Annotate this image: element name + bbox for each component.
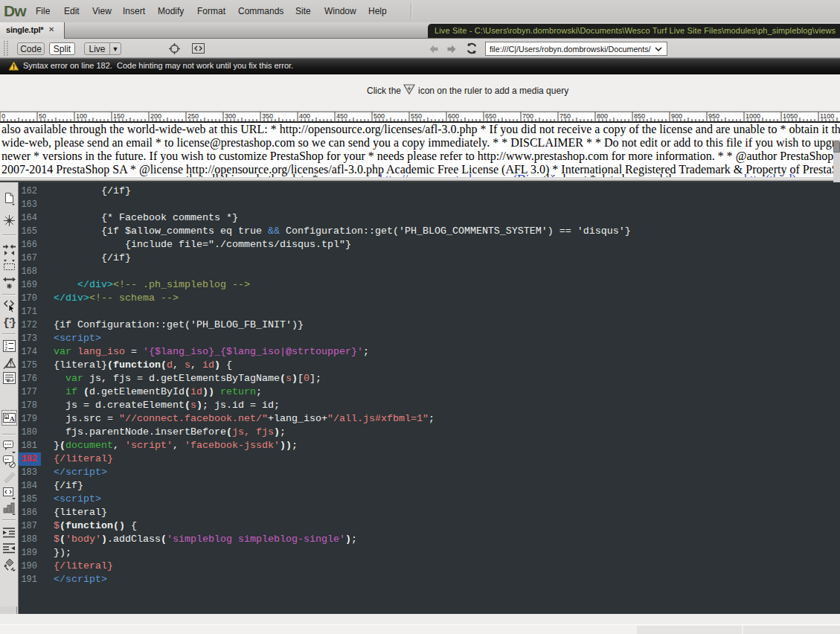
svg-text:50: 50 [39, 112, 46, 120]
svg-text:1100: 1100 [820, 112, 834, 120]
svg-text:900: 900 [671, 112, 682, 120]
svg-text:100: 100 [76, 112, 87, 120]
svg-text:200: 200 [150, 112, 161, 120]
svg-text:250: 250 [187, 112, 199, 120]
svg-text:1: 1 [5, 341, 8, 346]
svg-text:700: 700 [522, 112, 533, 120]
svg-text:600: 600 [448, 112, 459, 120]
svg-text:500: 500 [373, 112, 385, 120]
svg-text:300: 300 [225, 112, 236, 120]
svg-text:450: 450 [336, 112, 347, 120]
svg-text:A: A [10, 415, 15, 423]
svg-text:400: 400 [299, 112, 310, 120]
svg-text:0: 0 [1, 112, 5, 120]
svg-text:1000: 1000 [746, 112, 760, 120]
svg-text:2: 2 [5, 346, 8, 351]
svg-text:350: 350 [262, 112, 273, 120]
svg-text:950: 950 [708, 112, 719, 120]
svg-text:1050: 1050 [783, 112, 798, 120]
svg-text:750: 750 [560, 112, 571, 120]
svg-text:550: 550 [411, 112, 422, 120]
svg-text:150: 150 [113, 112, 124, 120]
svg-text:650: 650 [485, 112, 496, 120]
svg-text:800: 800 [597, 112, 608, 120]
svg-text:850: 850 [634, 112, 645, 120]
